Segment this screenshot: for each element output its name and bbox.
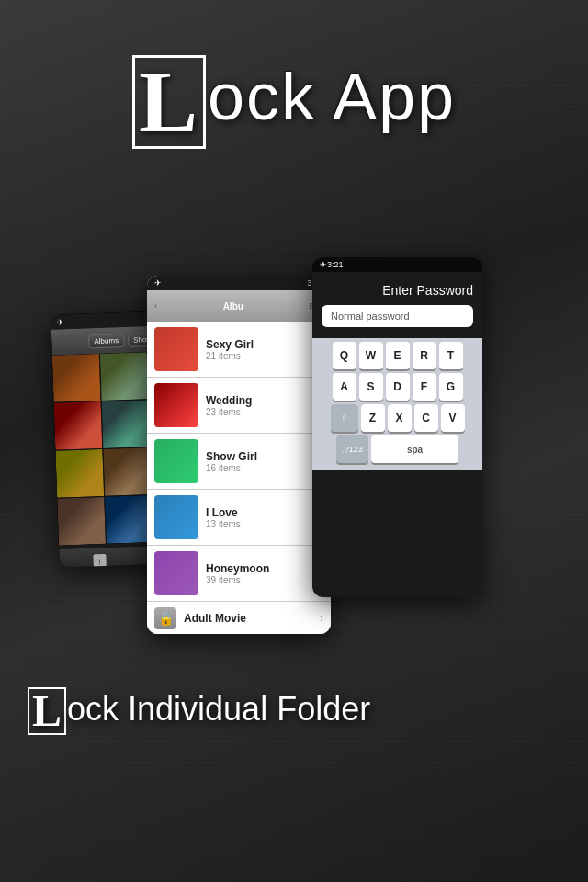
key-f[interactable]: F	[413, 373, 436, 401]
bottom-big-l: L	[28, 687, 66, 735]
phone-left-tab-albums[interactable]: Albums	[88, 334, 124, 348]
album-info-i-love: I Love 13 items	[206, 506, 320, 529]
shift-key[interactable]: ⇧	[331, 404, 358, 432]
album-count-show-girl: 16 items	[206, 463, 320, 473]
album-thumb-sexy-girl	[154, 327, 198, 371]
bottom-label: Lock Individual Folder	[28, 687, 370, 735]
phone-mid-status-bar: ✈ 3:21	[147, 276, 331, 290]
share-icon[interactable]: ↑	[93, 554, 106, 567]
keyboard: Q W E R T A S D F G ⇧ Z X C V .?123	[312, 338, 482, 470]
album-info-adult-movie: Adult Movie	[184, 612, 320, 625]
photo-cell-2	[100, 352, 149, 401]
album-info-honeymoon: Honeymoon 39 items	[206, 562, 320, 585]
bottom-label-rest: ock Individual Folder	[67, 690, 370, 728]
key-v[interactable]: V	[441, 404, 465, 432]
album-name-wedding: Wedding	[206, 394, 320, 407]
album-name-sexy-girl: Sexy Girl	[206, 338, 320, 351]
password-input[interactable]: Normal password	[322, 305, 473, 327]
album-thumb-wedding	[154, 383, 198, 427]
phone-left-status-airplane: ✈	[56, 317, 63, 326]
phone-right-time: 3:21	[327, 260, 344, 269]
album-info-sexy-girl: Sexy Girl 21 items	[206, 338, 320, 361]
album-count-wedding: 23 items	[206, 407, 320, 417]
key-w[interactable]: W	[359, 342, 383, 369]
enter-password-label: Enter Password	[312, 272, 482, 305]
title-big-l: L	[132, 55, 206, 149]
key-g[interactable]: G	[439, 373, 463, 401]
album-thumb-i-love	[154, 495, 198, 539]
album-name-show-girl: Show Girl	[206, 450, 320, 463]
album-thumb-show-girl	[154, 439, 198, 483]
album-row-wedding[interactable]: Wedding 23 items ›	[147, 378, 331, 434]
album-row-i-love[interactable]: I Love 13 items ›	[147, 490, 331, 546]
key-q[interactable]: Q	[333, 342, 356, 369]
keyboard-row-2: A S D F G	[314, 373, 481, 401]
album-count-honeymoon: 39 items	[206, 575, 320, 585]
album-thumb-honeymoon	[154, 551, 198, 595]
album-row-sexy-girl[interactable]: Sexy Girl 21 items ›	[147, 322, 331, 378]
album-row-show-girl[interactable]: Show Girl 16 items ›	[147, 434, 331, 490]
key-t[interactable]: T	[439, 342, 463, 369]
key-a[interactable]: A	[333, 373, 356, 401]
phone-right-airplane-icon: ✈	[320, 260, 327, 269]
phone-mid-nav-title: Albu	[223, 301, 243, 311]
title-rest: ock App	[208, 60, 456, 133]
photo-cell-1	[52, 354, 101, 402]
key-c[interactable]: C	[414, 404, 438, 432]
album-info-show-girl: Show Girl 16 items	[206, 450, 320, 473]
key-s[interactable]: S	[359, 373, 383, 401]
album-chevron-adult-movie: ›	[320, 612, 323, 625]
phone-right: ✈ 3:21 Enter Password Normal password Q …	[312, 257, 482, 597]
phone-mid-nav-bar: ‹ Albu Edit	[147, 290, 331, 322]
key-space[interactable]: spa	[371, 435, 458, 463]
album-info-wedding: Wedding 23 items	[206, 394, 320, 417]
key-z[interactable]: Z	[361, 404, 385, 432]
key-num[interactable]: .?123	[336, 435, 368, 463]
album-name-i-love: I Love	[206, 506, 320, 519]
keyboard-row-1: Q W E R T	[314, 342, 481, 369]
album-row-adult-movie[interactable]: 🔒 Adult Movie ›	[147, 602, 331, 634]
photo-cell-5	[102, 400, 151, 448]
album-name-adult-movie: Adult Movie	[184, 612, 320, 625]
album-name-honeymoon: Honeymoon	[206, 562, 320, 575]
title-area: Lock App	[0, 55, 588, 149]
app-title: Lock App	[0, 55, 588, 149]
lock-icon-adult-movie: 🔒	[154, 607, 176, 629]
photo-cell-8	[103, 447, 152, 496]
keyboard-row-3: ⇧ Z X C V	[314, 404, 481, 432]
keyboard-row-4: .?123 spa	[314, 435, 481, 463]
album-count-sexy-girl: 21 items	[206, 351, 320, 361]
phone-mid-back-button[interactable]: ‹	[154, 301, 157, 311]
phone-right-status-bar: ✈ 3:21	[312, 257, 482, 272]
album-row-honeymoon[interactable]: Honeymoon 39 items ›	[147, 546, 331, 602]
key-e[interactable]: E	[386, 342, 410, 369]
phone-mid: ✈ 3:21 ‹ Albu Edit Sexy Girl 21 items › …	[147, 276, 331, 634]
photo-cell-4	[54, 401, 103, 450]
key-r[interactable]: R	[413, 342, 436, 369]
phone-mid-airplane-icon: ✈	[154, 278, 162, 288]
album-list: Sexy Girl 21 items › Wedding 23 items › …	[147, 322, 331, 634]
photo-cell-10	[57, 497, 106, 546]
photo-cell-7	[55, 449, 104, 498]
key-x[interactable]: X	[388, 404, 412, 432]
key-d[interactable]: D	[386, 373, 410, 401]
album-count-i-love: 13 items	[206, 519, 320, 529]
